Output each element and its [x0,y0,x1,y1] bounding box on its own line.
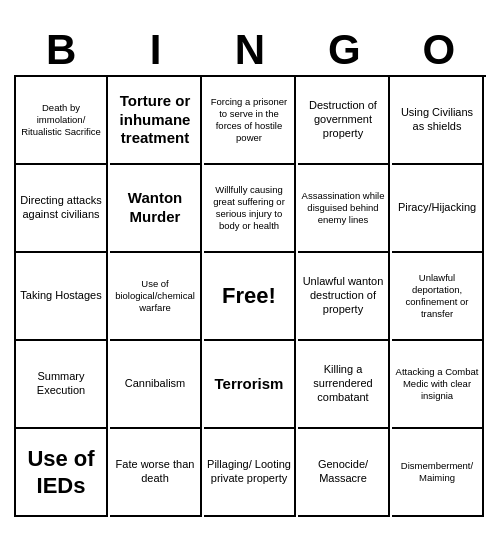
cell-23: Genocide/ Massacre [298,429,390,517]
cell-14: Unlawful deportation, confinement or tra… [392,253,484,341]
cell-18: Killing a surrendered combatant [298,341,390,429]
header-letter-O: O [395,27,483,73]
cell-2: Forcing a prisoner to serve in the force… [204,77,296,165]
cell-text-1: Torture or inhumane treatment [113,92,197,148]
cell-text-20: Use of IEDs [19,445,103,500]
cell-text-12: Free! [222,282,276,310]
cell-text-4: Using Civilians as shields [395,106,479,134]
cell-15: Summary Execution [16,341,108,429]
cell-17: Terrorism [204,341,296,429]
cell-text-0: Death by immolation/ Ritualistic Sacrifi… [19,102,103,138]
cell-22: Pillaging/ Looting private property [204,429,296,517]
cell-19: Attacking a Combat Medic with clear insi… [392,341,484,429]
cell-text-8: Assassination while disguised behind ene… [301,190,385,226]
cell-8: Assassination while disguised behind ene… [298,165,390,253]
header-letter-G: G [300,27,388,73]
cell-5: Directing attacks against civilians [16,165,108,253]
cell-24: Dismemberment/ Maiming [392,429,484,517]
cell-text-16: Cannibalism [125,377,186,391]
cell-13: Unlawful wanton destruction of property [298,253,390,341]
cell-text-2: Forcing a prisoner to serve in the force… [207,96,291,144]
cell-text-9: Piracy/Hijacking [398,201,476,215]
header-letter-I: I [112,27,200,73]
cell-text-17: Terrorism [215,375,284,394]
bingo-grid: Death by immolation/ Ritualistic Sacrifi… [14,75,486,517]
cell-text-11: Use of biological/chemical warfare [113,278,197,314]
cell-10: Taking Hostages [16,253,108,341]
header-letter-N: N [206,27,294,73]
cell-3: Destruction of government property [298,77,390,165]
cell-7: Willfully causing great suffering or ser… [204,165,296,253]
cell-text-19: Attacking a Combat Medic with clear insi… [395,366,479,402]
cell-text-15: Summary Execution [19,370,103,398]
cell-text-23: Genocide/ Massacre [301,458,385,486]
cell-text-24: Dismemberment/ Maiming [395,460,479,484]
cell-text-22: Pillaging/ Looting private property [207,458,291,486]
cell-6: Wanton Murder [110,165,202,253]
cell-20: Use of IEDs [16,429,108,517]
bingo-card: BINGO Death by immolation/ Ritualistic S… [10,23,490,521]
cell-text-21: Fate worse than death [113,458,197,486]
header-letter-B: B [17,27,105,73]
cell-text-10: Taking Hostages [20,289,101,303]
cell-11: Use of biological/chemical warfare [110,253,202,341]
cell-12: Free! [204,253,296,341]
cell-text-3: Destruction of government property [301,99,385,140]
cell-text-6: Wanton Murder [113,189,197,227]
cell-text-13: Unlawful wanton destruction of property [301,275,385,316]
cell-21: Fate worse than death [110,429,202,517]
cell-text-5: Directing attacks against civilians [19,194,103,222]
cell-text-14: Unlawful deportation, confinement or tra… [395,272,479,320]
cell-9: Piracy/Hijacking [392,165,484,253]
cell-text-18: Killing a surrendered combatant [301,363,385,404]
cell-1: Torture or inhumane treatment [110,77,202,165]
cell-4: Using Civilians as shields [392,77,484,165]
cell-16: Cannibalism [110,341,202,429]
bingo-header: BINGO [14,27,486,73]
cell-0: Death by immolation/ Ritualistic Sacrifi… [16,77,108,165]
cell-text-7: Willfully causing great suffering or ser… [207,184,291,232]
